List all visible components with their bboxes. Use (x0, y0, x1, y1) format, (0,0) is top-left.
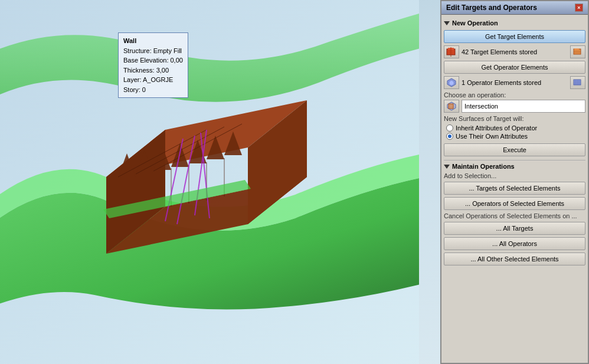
execute-button[interactable]: Execute (444, 143, 585, 156)
radio-group: Inherit Attributes of Operator Use Their… (444, 124, 585, 140)
target-icon (444, 45, 459, 58)
triangle-down-icon-2 (444, 165, 450, 169)
triangle-down-icon (444, 21, 450, 25)
operators-of-selected-button[interactable]: ... Operators of Selected Elements (444, 197, 585, 210)
svg-rect-35 (449, 104, 453, 109)
svg-rect-23 (574, 49, 581, 54)
get-target-elements-button[interactable]: Get Target Elements (444, 30, 585, 43)
radio-row-1[interactable]: Inherit Attributes of Operator (446, 124, 583, 132)
new-surfaces-label: New Surfaces of Target will: (444, 115, 585, 122)
target-elements-row: 42 Target Elements stored (444, 45, 585, 58)
radio-own-label: Use Their Own Attributes (456, 133, 528, 140)
targets-of-selected-button[interactable]: ... Targets of Selected Elements (444, 182, 585, 195)
get-operator-elements-button[interactable]: Get Operator Elements (444, 61, 585, 74)
tooltip-line5: Story: 0 (123, 85, 183, 95)
panel-title: Edit Targets and Operators (446, 4, 537, 12)
panel-close-button[interactable]: × (575, 4, 583, 12)
tooltip-line2: Base Elevation: 0,00 (123, 55, 183, 65)
operator-edit-icon[interactable] (570, 76, 585, 89)
radio-row-2[interactable]: Use Their Own Attributes (446, 133, 583, 140)
svg-rect-24 (574, 48, 579, 50)
viewport: Wall Structure: Empty Fill Base Elevatio… (0, 0, 440, 364)
section-divider (444, 160, 585, 160)
operator-icon (444, 76, 459, 89)
panel-body: New Operation Get Target Elements 42 Tar… (441, 15, 588, 363)
operator-count-label: 1 Operator Elements stored (462, 79, 568, 86)
edit-targets-panel: Edit Targets and Operators × New Operati… (440, 0, 589, 364)
radio-inherit[interactable] (446, 124, 453, 132)
maintain-operations-section-header: Maintain Operations (444, 163, 585, 170)
operation-icon (444, 100, 459, 113)
operation-dropdown-row: Intersection Union Subtraction (444, 100, 585, 113)
radio-own[interactable] (446, 133, 453, 140)
all-targets-button[interactable]: ... All Targets (444, 222, 585, 235)
target-edit-icon[interactable] (570, 45, 585, 58)
operator-elements-row: 1 Operator Elements stored (444, 76, 585, 89)
tooltip-title: Wall (123, 36, 183, 46)
tooltip-line1: Structure: Empty Fill (123, 46, 183, 56)
target-count-label: 42 Target Elements stored (462, 48, 568, 55)
cancel-operations-label: Cancel Operations of Selected Elements o… (444, 212, 585, 219)
new-operation-section-header: New Operation (444, 19, 585, 27)
maintain-operations-label: Maintain Operations (452, 163, 515, 170)
operation-select[interactable]: Intersection Union Subtraction (462, 100, 585, 113)
3d-scene (0, 0, 419, 364)
new-operation-label: New Operation (452, 19, 498, 27)
tooltip-line4: Layer: A_OGRJE (123, 75, 183, 85)
all-other-selected-button[interactable]: ... All Other Selected Elements (444, 252, 585, 265)
element-tooltip: Wall Structure: Empty Fill Base Elevatio… (118, 32, 188, 98)
choose-operation-label: Choose an operation: (444, 91, 585, 99)
panel-header: Edit Targets and Operators × (441, 1, 588, 15)
tooltip-line3: Thickness: 3,00 (123, 65, 183, 76)
all-operators-button[interactable]: ... All Operators (444, 237, 585, 250)
add-to-selection-label: Add to Selection... (444, 172, 585, 179)
radio-inherit-label: Inherit Attributes of Operator (456, 124, 537, 132)
